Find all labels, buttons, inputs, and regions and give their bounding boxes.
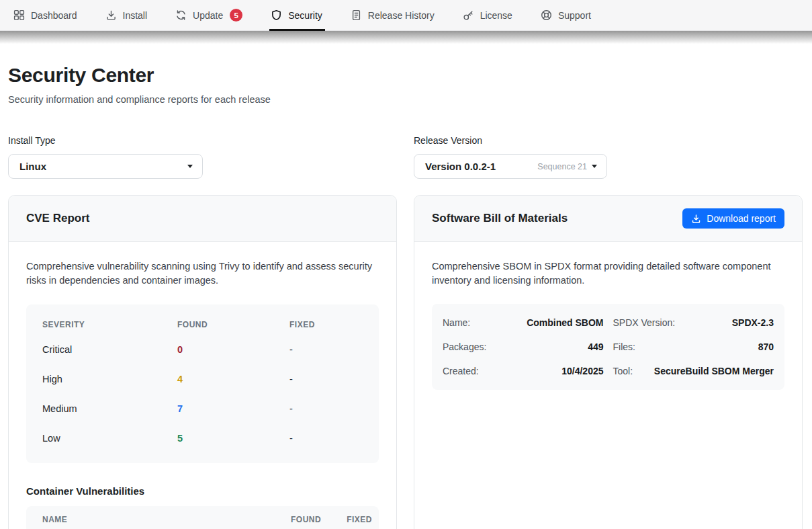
top-nav: Dashboard Install Update 5 Security Rele… (0, 0, 812, 31)
license-key-icon (463, 9, 474, 21)
nav-tab-label: Update (193, 10, 223, 21)
sbom-detail-packages: Packages: 449 (443, 335, 604, 359)
nav-tab-dashboard[interactable]: Dashboard (13, 0, 77, 30)
page-subtitle: Security information and compliance repo… (8, 94, 803, 105)
nav-tab-license[interactable]: License (463, 0, 512, 30)
security-shield-icon (271, 9, 282, 21)
release-version-value: Version 0.0.2-1 (425, 161, 496, 172)
install-type-control: Install Type Linux (8, 135, 397, 179)
nav-tab-label: Install (123, 10, 148, 21)
install-type-value: Linux (19, 161, 46, 172)
severity-fixed-value: - (289, 394, 363, 423)
nav-tab-update[interactable]: Update 5 (175, 0, 242, 30)
install-type-select[interactable]: Linux (8, 154, 203, 179)
severity-col-header: SEVERITY (42, 315, 177, 335)
severity-table: SEVERITY FOUND FIXED Critical 0 - High 4… (26, 304, 379, 463)
sbom-header: Software Bill of Materials Download repo… (414, 196, 802, 242)
install-download-icon (105, 9, 117, 21)
severity-row-label: Medium (42, 394, 177, 423)
severity-found-value: 0 (177, 335, 289, 364)
cve-report-header: CVE Report (9, 196, 396, 242)
install-type-label: Install Type (8, 135, 397, 146)
report-cards: CVE Report Comprehensive vulnerability s… (8, 195, 803, 529)
download-report-label: Download report (707, 213, 776, 224)
dashboard-grid-icon (13, 9, 25, 21)
severity-found-value: 7 (177, 394, 289, 423)
found-col-header: FOUND (291, 515, 321, 524)
chevron-down-icon (592, 165, 597, 168)
fixed-col-header: FIXED (289, 315, 363, 335)
severity-found-value: 5 (177, 423, 289, 453)
severity-row-label: Low (42, 423, 177, 453)
nav-tab-label: Security (288, 10, 322, 21)
sbom-card: Software Bill of Materials Download repo… (414, 195, 803, 529)
container-vulnerabilities-table-header: NAME FOUND FIXED (26, 506, 379, 529)
sbom-description: Comprehensive SBOM in SPDX format provid… (432, 259, 784, 288)
severity-fixed-value: - (289, 423, 363, 453)
sbom-details: Name: Combined SBOM SPDX Version: SPDX-2… (432, 304, 784, 390)
sbom-detail-created: Created: 10/4/2025 (443, 359, 604, 383)
sbom-detail-tool: Tool: SecureBuild SBOM Merger (613, 359, 774, 383)
download-report-button[interactable]: Download report (682, 208, 784, 229)
severity-fixed-value: - (289, 364, 363, 394)
cve-report-card: CVE Report Comprehensive vulnerability s… (8, 195, 397, 529)
release-history-document-icon (351, 9, 362, 21)
name-col-header: NAME (42, 515, 291, 524)
sequence-label: Sequence 21 (537, 162, 587, 171)
nav-tab-support[interactable]: Support (541, 0, 591, 30)
chevron-down-icon (187, 165, 193, 168)
sequence-group: Sequence 21 (537, 162, 597, 171)
security-center-page: Security Center Security information and… (0, 44, 812, 529)
download-icon (691, 214, 701, 224)
release-version-select[interactable]: Version 0.0.2-1 Sequence 21 (414, 154, 607, 179)
nav-tab-label: Dashboard (31, 10, 77, 21)
nav-tab-label: Support (558, 10, 591, 21)
sbom-title: Software Bill of Materials (432, 212, 568, 225)
nav-tab-release-history[interactable]: Release History (351, 0, 435, 30)
severity-row-label: High (42, 364, 177, 394)
nav-tab-install[interactable]: Install (105, 0, 148, 30)
severity-row-label: Critical (42, 335, 177, 364)
sbom-detail-files: Files: 870 (613, 335, 774, 359)
release-version-label: Release Version (414, 135, 803, 146)
severity-found-value: 4 (177, 364, 289, 394)
container-vulnerabilities-title: Container Vulnerabilities (26, 485, 379, 497)
page-title: Security Center (8, 64, 803, 87)
sbom-detail-spdx-version: SPDX Version: SPDX-2.3 (613, 311, 774, 335)
fixed-col-header: FIXED (347, 515, 372, 524)
nav-tab-label: License (480, 10, 512, 21)
severity-fixed-value: - (289, 335, 363, 364)
cve-report-title: CVE Report (26, 212, 89, 225)
filters-row: Install Type Linux Release Version Versi… (8, 135, 803, 179)
nav-tab-security[interactable]: Security (271, 0, 322, 30)
release-version-control: Release Version Version 0.0.2-1 Sequence… (414, 135, 803, 179)
update-refresh-icon (175, 9, 187, 21)
scroll-shadow (0, 31, 812, 44)
update-count-badge: 5 (230, 9, 242, 22)
nav-tab-label: Release History (368, 10, 435, 21)
cve-report-description: Comprehensive vulnerability scanning usi… (26, 259, 379, 288)
sbom-detail-name: Name: Combined SBOM (443, 311, 604, 335)
support-lifebuoy-icon (541, 9, 552, 21)
found-col-header: FOUND (177, 315, 289, 335)
